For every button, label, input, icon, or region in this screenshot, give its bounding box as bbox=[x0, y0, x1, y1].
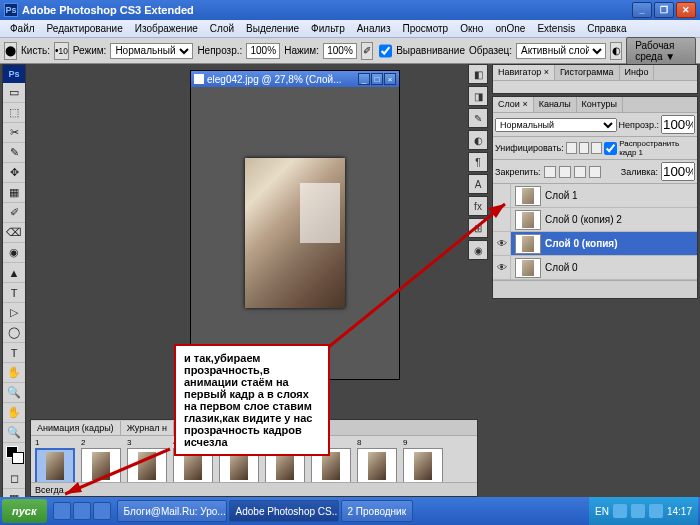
menu-edit[interactable]: Редактирование bbox=[41, 21, 129, 36]
menu-help[interactable]: Справка bbox=[581, 21, 632, 36]
tab-history[interactable]: Журнал н bbox=[121, 421, 174, 435]
lock-pixels-icon[interactable] bbox=[559, 166, 571, 178]
taskbar-item-1[interactable]: Блоги@Mail.Ru: Уро... bbox=[117, 500, 227, 522]
sample-select[interactable]: Активный слой bbox=[516, 43, 606, 59]
lasso-tool[interactable]: ✂ bbox=[3, 123, 25, 143]
panel-btn-8[interactable]: ⊞ bbox=[468, 218, 488, 238]
panel-btn-1[interactable]: ◧ bbox=[468, 64, 488, 84]
stamp-tool[interactable]: ◉ bbox=[3, 243, 25, 263]
eraser-tool[interactable]: ▲ bbox=[3, 263, 25, 283]
doc-close-button[interactable]: × bbox=[384, 73, 396, 85]
brush-tool[interactable]: ⌫ bbox=[3, 223, 25, 243]
menu-extensis[interactable]: Extensis bbox=[531, 21, 581, 36]
layer-row[interactable]: Слой 0 (копия) 2 bbox=[493, 208, 697, 232]
visibility-icon[interactable]: 👁 bbox=[493, 256, 511, 279]
tray-icon-3[interactable] bbox=[649, 504, 663, 518]
loop-select[interactable]: Всегда bbox=[35, 485, 64, 495]
maximize-button[interactable]: ❐ bbox=[654, 2, 674, 18]
dodge-tool[interactable]: ◯ bbox=[3, 323, 25, 343]
panel-btn-2[interactable]: ◨ bbox=[468, 86, 488, 106]
path-tool[interactable]: ✋ bbox=[3, 363, 25, 383]
quickmask-tool[interactable]: ◻ bbox=[3, 469, 25, 489]
tab-animation[interactable]: Анимация (кадры) bbox=[31, 421, 121, 435]
panel-btn-7[interactable]: fx bbox=[468, 196, 488, 216]
unify-style-icon[interactable] bbox=[591, 142, 602, 154]
lock-trans-icon[interactable] bbox=[544, 166, 556, 178]
tray-icon-2[interactable] bbox=[631, 504, 645, 518]
visibility-icon[interactable] bbox=[493, 208, 511, 231]
propagate-checkbox[interactable] bbox=[604, 142, 617, 155]
workspace-button[interactable]: Рабочая среда ▼ bbox=[626, 37, 696, 65]
tool-preset-icon[interactable]: ⬤ bbox=[4, 42, 17, 60]
tab-info[interactable]: Инфо bbox=[620, 65, 655, 80]
doc-maximize-button[interactable]: □ bbox=[371, 73, 383, 85]
opacity-input[interactable] bbox=[246, 43, 280, 59]
blur-tool[interactable]: ▷ bbox=[3, 303, 25, 323]
visibility-icon[interactable]: 👁 bbox=[493, 232, 511, 255]
panel-btn-3[interactable]: ✎ bbox=[468, 108, 488, 128]
menu-image[interactable]: Изображение bbox=[129, 21, 204, 36]
heal-tool[interactable]: ✐ bbox=[3, 203, 25, 223]
color-swatch[interactable] bbox=[3, 443, 25, 469]
menu-file[interactable]: Файл bbox=[4, 21, 41, 36]
shape-tool[interactable]: 🔍 bbox=[3, 383, 25, 403]
menu-window[interactable]: Окно bbox=[454, 21, 489, 36]
ps-logo-icon[interactable]: Ps bbox=[3, 65, 25, 83]
airbrush-icon[interactable]: ✐ bbox=[361, 42, 373, 60]
menu-select[interactable]: Выделение bbox=[240, 21, 305, 36]
panel-btn-9[interactable]: ◉ bbox=[468, 240, 488, 260]
unify-pos-icon[interactable] bbox=[566, 142, 577, 154]
wand-tool[interactable]: ✎ bbox=[3, 143, 25, 163]
layer-opacity-input[interactable] bbox=[661, 115, 695, 134]
panel-btn-4[interactable]: ◐ bbox=[468, 130, 488, 150]
quicklaunch-3[interactable] bbox=[93, 502, 111, 520]
zoom-tool[interactable]: 🔍 bbox=[3, 423, 25, 443]
tab-layers[interactable]: Слои × bbox=[493, 97, 534, 112]
panel-btn-6[interactable]: A bbox=[468, 174, 488, 194]
gradient-tool[interactable]: T bbox=[3, 283, 25, 303]
menu-view[interactable]: Просмотр bbox=[396, 21, 454, 36]
menu-analysis[interactable]: Анализ bbox=[351, 21, 397, 36]
crop-tool[interactable]: ✥ bbox=[3, 163, 25, 183]
lang-indicator[interactable]: EN bbox=[595, 506, 609, 517]
taskbar-item-3[interactable]: 2 Проводник bbox=[341, 500, 414, 522]
layer-row[interactable]: 👁Слой 0 (копия) bbox=[493, 232, 697, 256]
aligned-checkbox[interactable] bbox=[379, 43, 392, 59]
minimize-button[interactable]: _ bbox=[632, 2, 652, 18]
blend-mode-select[interactable]: Нормальный bbox=[110, 43, 193, 59]
fill-input[interactable] bbox=[661, 162, 695, 181]
tab-navigator[interactable]: Навигатор × bbox=[493, 65, 555, 80]
quicklaunch-1[interactable] bbox=[53, 502, 71, 520]
panel-btn-5[interactable]: ¶ bbox=[468, 152, 488, 172]
unify-vis-icon[interactable] bbox=[579, 142, 590, 154]
flow-input[interactable] bbox=[323, 43, 357, 59]
type-tool[interactable]: T bbox=[3, 343, 25, 363]
tab-channels[interactable]: Каналы bbox=[534, 97, 577, 112]
slice-tool[interactable]: ▦ bbox=[3, 183, 25, 203]
tab-histogram[interactable]: Гистограмма bbox=[555, 65, 620, 80]
tray-icon-1[interactable] bbox=[613, 504, 627, 518]
brush-preview[interactable]: •10 bbox=[54, 42, 69, 60]
doc-minimize-button[interactable]: _ bbox=[358, 73, 370, 85]
document-titlebar[interactable]: eleg042.jpg @ 27,8% (Слой... _ □ × bbox=[191, 71, 399, 87]
layer-blend-select[interactable]: Нормальный bbox=[495, 118, 617, 132]
menu-onone[interactable]: onOne bbox=[489, 21, 531, 36]
canvas[interactable] bbox=[191, 87, 399, 379]
layer-row[interactable]: 👁Слой 0 bbox=[493, 256, 697, 280]
marquee-tool[interactable]: ⬚ bbox=[3, 103, 25, 123]
layer-row[interactable]: Слой 1 bbox=[493, 184, 697, 208]
lock-pos-icon[interactable] bbox=[574, 166, 586, 178]
move-tool[interactable]: ▭ bbox=[3, 83, 25, 103]
lock-all-icon[interactable] bbox=[589, 166, 601, 178]
visibility-icon[interactable] bbox=[493, 184, 511, 207]
menu-filter[interactable]: Фильтр bbox=[305, 21, 351, 36]
quicklaunch-2[interactable] bbox=[73, 502, 91, 520]
clock[interactable]: 14:17 bbox=[667, 506, 692, 517]
hand-tool[interactable]: ✋ bbox=[3, 403, 25, 423]
tab-paths[interactable]: Контуры bbox=[577, 97, 623, 112]
start-button[interactable]: пуск bbox=[2, 499, 47, 523]
close-button[interactable]: ✕ bbox=[676, 2, 696, 18]
taskbar-item-2[interactable]: Adobe Photoshop CS... bbox=[229, 500, 339, 522]
sample-ignore-icon[interactable]: ◐ bbox=[610, 42, 622, 60]
menu-layer[interactable]: Слой bbox=[204, 21, 240, 36]
